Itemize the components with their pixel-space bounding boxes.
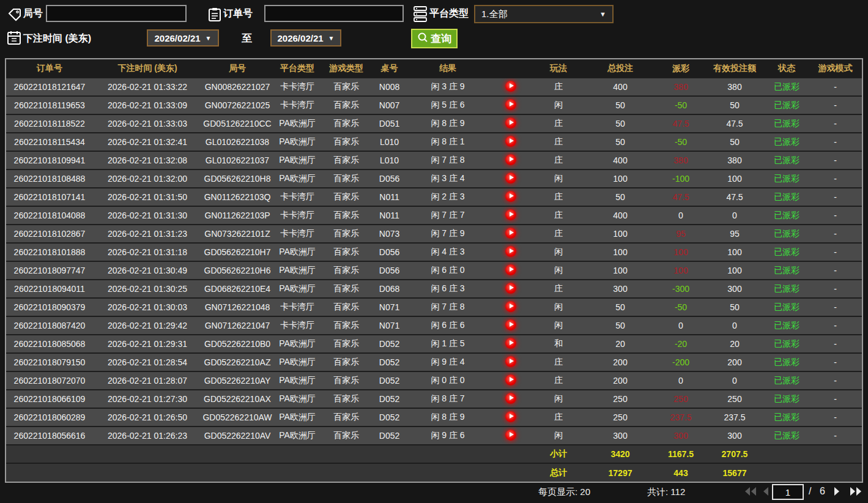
table-row: 260221018079150 2026-02-21 01:28:54 GD05… (6, 353, 862, 371)
status-badge: 已派彩 (765, 408, 809, 427)
replay-play-icon[interactable] (505, 374, 516, 386)
replay-play-icon[interactable] (505, 301, 516, 312)
col-platform-type: 平台类型 (273, 59, 322, 78)
total-bet-cell: 50 (584, 188, 657, 206)
order-number-cell: 260221018101888 (6, 243, 93, 261)
subtotal-valid-bet: 2707.5 (705, 445, 765, 463)
replay-play-icon[interactable] (505, 154, 516, 165)
col-payout: 派彩 (657, 59, 705, 78)
replay-play-icon[interactable] (505, 246, 516, 257)
table-row: 260221018066109 2026-02-21 01:27:30 GD05… (6, 390, 862, 408)
platform-type-select[interactable]: 1.全部 ▼ (474, 5, 614, 23)
replay-play-icon[interactable] (505, 430, 516, 441)
table-number-cell: N073 (371, 225, 408, 243)
payout-cell: 47.5 (657, 114, 705, 133)
platform-type-value: 1.全部 (481, 9, 508, 20)
total-bet-cell: 100 (584, 170, 657, 188)
round-number-cell: GD052262210AZ (202, 353, 273, 371)
game-mode-cell: - (809, 353, 862, 371)
valid-bet-cell: 100 (705, 243, 765, 261)
replay-play-icon[interactable] (505, 411, 516, 422)
game-type-cell: 百家乐 (322, 78, 371, 96)
previous-page-icon[interactable] (762, 486, 770, 499)
search-button[interactable]: 查询 (411, 29, 458, 48)
last-page-icon[interactable] (849, 486, 862, 499)
subtotal-row: 小计 3420 1167.5 2707.5 (6, 445, 862, 463)
first-page-icon[interactable] (744, 486, 757, 499)
total-count-label: 共计: 112 (647, 486, 685, 498)
status-badge: 已派彩 (765, 390, 809, 408)
table-row: 260221018090379 2026-02-21 01:30:03 GN07… (6, 298, 862, 316)
status-badge: 已派彩 (765, 371, 809, 390)
result-cell: 闲 9 庄 4 (408, 353, 488, 371)
total-label: 总计 (533, 463, 584, 482)
round-number-cell: GD052262210AX (202, 390, 273, 408)
status-badge: 已派彩 (765, 225, 809, 243)
round-number-cell: GN07126221047 (202, 316, 273, 335)
payout-cell: 95 (657, 225, 705, 243)
replay-play-icon[interactable] (505, 99, 516, 110)
order-number-input[interactable] (264, 5, 404, 22)
col-bet-time: 下注时间 (美东) (93, 59, 202, 78)
date-to-select[interactable]: 2026/02/21 ▼ (270, 29, 341, 47)
bet-records-table: 订单号 下注时间 (美东) 局号 平台类型 游戏类型 桌号 结果 玩法 总投注 … (5, 58, 863, 483)
order-number-cell: 260221018060289 (6, 408, 93, 427)
round-number-input[interactable] (46, 5, 187, 22)
valid-bet-cell: 0 (705, 206, 765, 225)
valid-bet-cell: 50 (705, 298, 765, 316)
status-badge: 已派彩 (765, 114, 809, 133)
replay-play-icon[interactable] (505, 319, 516, 330)
page-number-input[interactable] (772, 484, 804, 500)
valid-bet-cell: 20 (705, 335, 765, 353)
replay-play-icon[interactable] (505, 191, 516, 202)
total-bet-cell: 50 (584, 114, 657, 133)
subtotal-total-bet: 3420 (584, 445, 657, 463)
replay-cell (488, 170, 533, 188)
round-number-cell: GD056262210H7 (202, 243, 273, 261)
platform-type-cell: PA欧洲厅 (273, 243, 322, 261)
replay-play-icon[interactable] (505, 228, 516, 239)
replay-cell (488, 353, 533, 371)
table-number-cell: D051 (371, 114, 408, 133)
total-bet-cell: 50 (584, 96, 657, 114)
status-badge: 已派彩 (765, 353, 809, 371)
table-number-cell: N011 (371, 188, 408, 206)
game-mode-cell: - (809, 151, 862, 170)
chevron-down-icon: ▼ (328, 35, 335, 42)
payout-cell: -100 (657, 170, 705, 188)
play-type-cell: 和 (533, 335, 584, 353)
total-total-bet: 17297 (584, 463, 657, 482)
replay-play-icon[interactable] (505, 283, 516, 294)
replay-play-icon[interactable] (505, 117, 516, 129)
payout-cell: -300 (657, 280, 705, 298)
result-cell: 闲 7 庄 8 (408, 151, 488, 170)
replay-play-icon[interactable] (505, 338, 516, 349)
order-number-cell: 260221018104088 (6, 206, 93, 225)
platform-type-cell: 卡卡湾厅 (273, 188, 322, 206)
replay-play-icon[interactable] (505, 136, 516, 147)
table-row: 260221018109941 2026-02-21 01:32:08 GL01… (6, 151, 862, 170)
platform-type-cell: 卡卡湾厅 (273, 206, 322, 225)
date-from-select[interactable]: 2026/02/21 ▼ (147, 29, 219, 47)
play-type-cell: 庄 (533, 133, 584, 151)
payout-cell: 237.5 (657, 408, 705, 427)
replay-play-icon[interactable] (505, 264, 516, 275)
payout-cell: -200 (657, 353, 705, 371)
total-valid-bet: 15677 (705, 463, 765, 482)
platform-type-cell: PA欧洲厅 (273, 408, 322, 427)
replay-play-icon[interactable] (505, 393, 516, 404)
table-number-cell: N071 (371, 316, 408, 335)
table-row: 260221018072070 2026-02-21 01:28:07 GD05… (6, 371, 862, 390)
order-number-cell: 260221018072070 (6, 371, 93, 390)
table-row: 260221018115434 2026-02-21 01:32:41 GL01… (6, 133, 862, 151)
round-number-cell: GN0112622103P (202, 206, 273, 225)
replay-play-icon[interactable] (505, 173, 516, 184)
next-page-icon[interactable] (833, 486, 840, 499)
game-mode-cell: - (809, 78, 862, 96)
status-badge: 已派彩 (765, 78, 809, 96)
replay-play-icon[interactable] (505, 209, 516, 220)
valid-bet-cell: 380 (705, 151, 765, 170)
replay-play-icon[interactable] (505, 81, 516, 92)
game-mode-cell: - (809, 316, 862, 335)
replay-play-icon[interactable] (505, 356, 516, 367)
